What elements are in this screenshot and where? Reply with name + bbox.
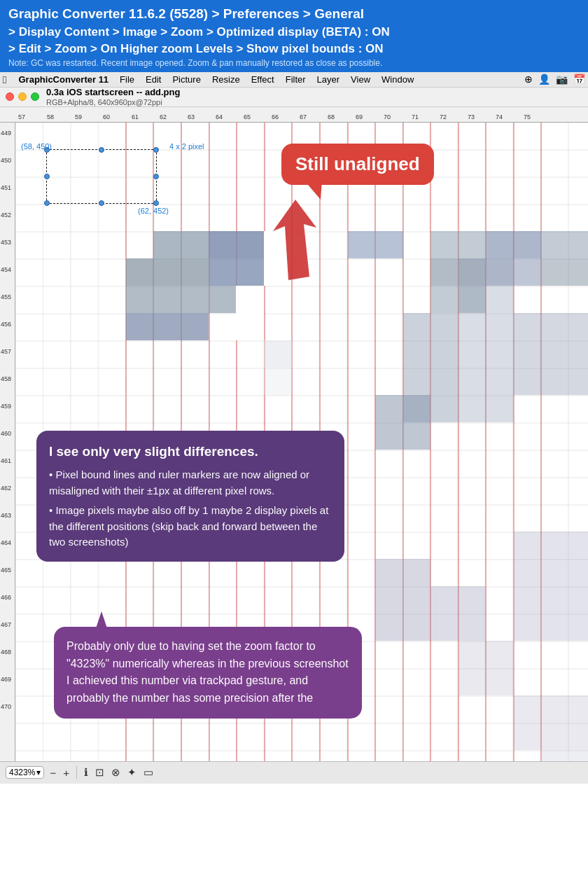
ruler-num-460: 460 [1,430,11,437]
zoom-out-icon[interactable]: − [48,765,57,780]
apple-logo-icon:  [3,74,6,85]
ruler-num-71: 71 [412,113,419,120]
menu-resize[interactable]: Resize [207,74,245,85]
header-note: Note: GC was restarted. Recent image ope… [8,58,580,68]
size-label: 4 x 2 pixel [169,142,204,151]
minimize-button[interactable] [18,92,27,101]
callout-red-text: Still unaligned [295,153,420,174]
svg-rect-36 [264,340,292,368]
ruler-num-450: 450 [1,157,11,164]
ruler-num-457: 457 [1,348,11,355]
callout-dark-title: I see only very slight differences. [49,442,332,462]
rect-select-icon[interactable]: ▭ [142,765,155,780]
ruler-num-451: 451 [1,184,11,191]
ruler-num-65: 65 [244,113,251,120]
menu-effect[interactable]: Effect [246,74,279,85]
ruler-top: 57 58 59 60 61 62 63 64 65 66 67 68 69 7… [0,107,588,123]
svg-rect-23 [486,231,541,258]
sel-handle-mr[interactable] [153,174,159,179]
ruler-num-66: 66 [272,113,279,120]
menu-edit[interactable]: Edit [141,74,166,85]
menu-filter[interactable]: Filter [281,74,311,85]
info-icon[interactable]: ℹ [83,765,90,780]
coord-tl-label: (58, 450) [21,142,52,151]
callout-still-unaligned: Still unaligned [281,144,434,185]
ruler-num-61: 61 [132,113,139,120]
svg-marker-48 [273,200,316,280]
menubar-right-icons: ⊕ 👤 📷 📅 [524,74,585,85]
svg-rect-25 [126,258,209,286]
ruler-num-456: 456 [1,321,11,328]
filename-label: 0.3a iOS startscreen -- add.png [46,87,180,97]
ruler-num-452: 452 [1,211,11,218]
ruler-num-70: 70 [384,113,391,120]
svg-rect-42 [375,559,430,641]
crop-icon[interactable]: ⊡ [94,765,106,780]
menu-app[interactable]: GraphicConverter 11 [13,74,113,85]
sel-handle-br[interactable] [153,200,159,206]
svg-rect-22 [430,231,486,258]
ruler-num-466: 466 [1,594,11,601]
canvas-area: 57 58 59 60 61 62 63 64 65 66 67 68 69 7… [0,107,588,784]
ruler-num-67: 67 [300,113,307,120]
header-line2: > Display Content > Image > Zoom > Optim… [8,25,580,40]
ruler-num-468: 468 [1,648,11,656]
close-button[interactable] [6,92,14,101]
callout-slight-differences: I see only very slight differences. • Pi… [36,431,344,562]
svg-rect-46 [514,695,588,750]
ruler-num-455: 455 [1,293,11,300]
sel-handle-tm[interactable] [99,147,104,153]
ruler-num-454: 454 [1,266,11,273]
pixel-canvas: (58, 450) 4 x 2 pixel (62, 452) Still un… [15,123,588,784]
menu-picture[interactable]: Picture [167,74,205,85]
maximize-button[interactable] [31,92,39,101]
callout-dark-bullet1: • Pixel bound lines and ruler markers ar… [49,467,332,499]
coord-br-label: (62, 452) [138,207,169,215]
ruler-num-58: 58 [47,113,54,120]
camera-icon: 📷 [556,74,568,85]
svg-rect-24 [541,231,588,258]
sel-handle-bm[interactable] [99,200,104,206]
ruler-num-467: 467 [1,621,11,628]
header-title: Graphic Converter 11.6.2 (5528) > Prefer… [8,6,580,23]
fileinfo-label: RGB+Alpha/8, 640x960px@72ppi [46,98,180,106]
wand-icon[interactable]: ✦ [126,765,138,780]
ruler-num-470: 470 [1,703,11,710]
svg-rect-34 [126,313,209,340]
svg-rect-37 [264,368,292,395]
menu-items: GraphicConverter 11 File Edit Picture Re… [13,74,419,85]
menu-layer[interactable]: Layer [312,74,345,85]
svg-rect-30 [541,258,588,286]
sel-handle-tr[interactable] [153,147,159,153]
selection-box [46,149,157,204]
svg-rect-18 [153,231,209,258]
ruler-num-463: 463 [1,512,11,519]
svg-rect-43 [430,586,486,641]
sel-handle-ml[interactable] [44,174,50,179]
ruler-num-464: 464 [1,539,11,546]
svg-rect-40 [458,258,514,422]
menubar:  GraphicConverter 11 File Edit Picture … [0,72,588,88]
svg-rect-32 [236,286,264,313]
lasso-icon[interactable]: ⊗ [110,765,122,780]
ruler-num-62: 62 [160,113,167,120]
zoom-select[interactable]: 4323% ▾ [6,766,44,779]
zoom-in-icon[interactable]: + [62,765,71,780]
ruler-num-465: 465 [1,567,11,574]
target-icon: ⊕ [524,74,533,85]
menu-window[interactable]: Window [377,74,419,85]
ruler-num-63: 63 [188,113,195,120]
ruler-num-469: 469 [1,676,11,683]
ruler-num-459: 459 [1,403,11,410]
ruler-num-458: 458 [1,375,11,382]
zoom-value: 4323% [9,768,35,777]
ruler-num-73: 73 [468,113,475,120]
ruler-num-74: 74 [496,113,503,120]
calendar-icon: 📅 [573,74,585,85]
menu-view[interactable]: View [346,74,375,85]
ruler-num-59: 59 [75,113,82,120]
svg-rect-31 [126,286,236,313]
menu-file[interactable]: File [115,74,139,85]
sel-handle-bl[interactable] [44,200,50,206]
user-icon: 👤 [538,74,550,85]
